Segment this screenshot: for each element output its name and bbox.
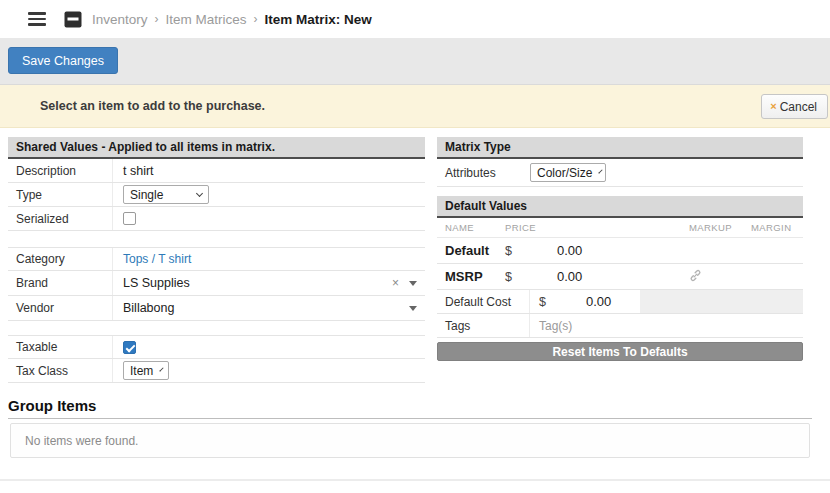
col-margin: MARGIN (751, 222, 803, 233)
vendor-row: Vendor Billabong (8, 296, 425, 321)
category-row: Category Tops / T shirt (8, 247, 425, 271)
group-items-empty-state: No items were found. (10, 423, 810, 458)
msrp-price-name: MSRP (437, 269, 505, 284)
hamburger-menu-icon[interactable] (28, 12, 46, 26)
description-row: Description t shirt (8, 159, 425, 183)
col-markup: MARKUP (689, 222, 751, 233)
spacer (8, 321, 425, 335)
banner-message: Select an item to add to the purchase. (40, 99, 265, 113)
serialized-label: Serialized (8, 207, 113, 230)
brand-label: Brand (8, 271, 113, 295)
cancel-x-icon: × (770, 101, 776, 112)
shared-values-header: Shared Values - Applied to all items in … (8, 137, 425, 159)
inventory-box-icon (64, 11, 82, 28)
type-select[interactable]: Single (123, 185, 209, 204)
serialized-row: Serialized (8, 207, 425, 231)
top-bar: Inventory › Item Matrices › Item Matrix:… (0, 0, 830, 38)
category-label: Category (8, 248, 113, 270)
breadcrumb-inventory[interactable]: Inventory (92, 12, 148, 27)
table-row-msrp: MSRP $ 0.00 (437, 264, 803, 290)
bottom-divider (0, 479, 830, 481)
breadcrumb-separator: › (155, 12, 159, 26)
taxable-label: Taxable (8, 336, 113, 358)
taxable-row: Taxable (8, 335, 425, 359)
default-cost-row: Default Cost $ 0.00 (437, 290, 803, 314)
brand-clear-icon[interactable]: × (392, 277, 399, 289)
breadcrumb-current: Item Matrix: New (265, 12, 372, 27)
col-price: PRICE (505, 222, 689, 233)
chevron-down-icon (160, 367, 164, 371)
shared-values-panel: Shared Values - Applied to all items in … (8, 137, 425, 383)
save-changes-button[interactable]: Save Changes (8, 47, 118, 74)
default-values-column-headers: NAME PRICE MARKUP MARGIN (437, 218, 803, 238)
attributes-select[interactable]: Color/Size (530, 163, 606, 182)
vendor-dropdown-caret-icon[interactable] (409, 306, 417, 311)
matrix-panel: Matrix Type Attributes Color/Size Defaul… (437, 137, 803, 361)
brand-row: Brand LS Supplies × (8, 271, 425, 296)
matrix-type-header: Matrix Type (437, 137, 803, 159)
cancel-button[interactable]: × Cancel (761, 94, 828, 119)
tax-class-row: Tax Class Item (8, 359, 425, 383)
default-cost-label: Default Cost (437, 290, 530, 313)
spacer (8, 231, 425, 247)
brand-dropdown-caret-icon[interactable] (409, 281, 417, 286)
currency-symbol: $ (539, 295, 546, 309)
category-link[interactable]: Tops / T shirt (123, 252, 191, 266)
taxable-checkbox[interactable] (123, 341, 136, 354)
vendor-combobox[interactable]: Billabong (113, 301, 425, 315)
tags-input[interactable]: Tag(s) (530, 319, 803, 333)
default-cost-input[interactable]: 0.00 (586, 294, 611, 309)
chain-link-icon[interactable] (689, 269, 702, 285)
tax-class-select[interactable]: Item (123, 361, 169, 380)
tags-label: Tags (437, 314, 530, 337)
default-price-input[interactable]: 0.00 (557, 243, 582, 258)
table-row-default: Default $ 0.00 (437, 238, 803, 264)
brand-combobox[interactable]: LS Supplies × (113, 276, 425, 290)
tax-class-label: Tax Class (8, 359, 113, 382)
default-price-name: Default (437, 243, 505, 258)
type-label: Type (8, 183, 113, 206)
reset-items-button[interactable]: Reset Items To Defaults (437, 342, 803, 361)
breadcrumb-separator: › (254, 12, 258, 26)
default-values-header: Default Values (437, 196, 803, 218)
tags-row: Tags Tag(s) (437, 314, 803, 338)
attributes-row: Attributes Color/Size (437, 159, 803, 187)
description-label: Description (8, 159, 113, 182)
type-row: Type Single (8, 183, 425, 207)
chevron-down-icon (599, 169, 603, 173)
action-toolbar: Save Changes (0, 38, 830, 85)
empty-message: No items were found. (25, 434, 138, 448)
vendor-label: Vendor (8, 296, 113, 320)
currency-symbol: $ (505, 270, 512, 284)
description-field[interactable]: t shirt (113, 164, 425, 178)
row-fill (640, 290, 803, 313)
group-items-divider (8, 418, 812, 419)
spacer (437, 187, 803, 196)
col-name: NAME (437, 222, 505, 233)
breadcrumb-item-matrices[interactable]: Item Matrices (166, 12, 247, 27)
chevron-down-icon (196, 189, 203, 196)
msrp-price-input[interactable]: 0.00 (557, 269, 582, 284)
breadcrumb: Inventory › Item Matrices › Item Matrix:… (92, 12, 372, 27)
serialized-checkbox[interactable] (123, 212, 136, 225)
currency-symbol: $ (505, 244, 512, 258)
cancel-label: Cancel (780, 100, 817, 114)
attributes-label: Attributes (437, 159, 530, 186)
notification-banner: Select an item to add to the purchase. ×… (0, 85, 830, 128)
group-items-title: Group Items (8, 397, 96, 414)
